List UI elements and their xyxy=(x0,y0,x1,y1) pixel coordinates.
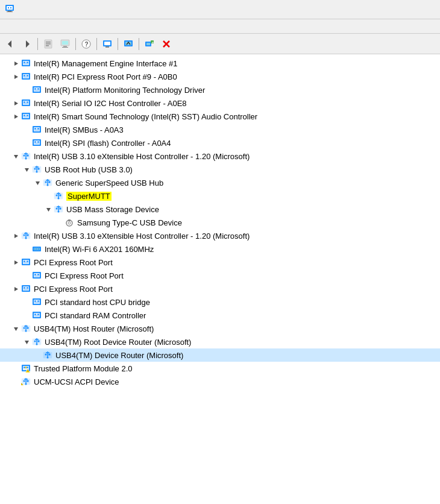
svg-marker-7 xyxy=(26,40,30,48)
scan-button[interactable] xyxy=(121,36,136,52)
tree-item-23[interactable]: USB4(TM) Device Router (Microsoft) xyxy=(0,348,440,362)
toolbar-separator-3 xyxy=(96,38,97,50)
expander-13 xyxy=(54,218,64,227)
properties-button[interactable] xyxy=(40,36,56,52)
tree-item-19[interactable]: PCI standard host CPU bridge xyxy=(0,295,440,309)
svg-marker-29 xyxy=(14,61,18,66)
tree-item-17[interactable]: PCI Express Root Port xyxy=(0,269,440,282)
menu-view[interactable] xyxy=(22,25,31,28)
chip-icon-16 xyxy=(20,257,31,267)
tree-item-18[interactable]: PCI Express Root Port xyxy=(0,282,440,295)
tree-item-21[interactable]: USB4(TM) Host Router (Microsoft) xyxy=(0,322,440,335)
tree-item-8[interactable]: Intel(R) USB 3.10 eXtensible Host Contro… xyxy=(0,150,440,163)
expander-12[interactable] xyxy=(43,204,53,214)
tree-item-15[interactable]: Intel(R) Wi-Fi 6 AX201 160MHz xyxy=(0,242,440,256)
svg-point-137 xyxy=(25,330,27,332)
svg-point-100 xyxy=(25,238,27,239)
expander-2[interactable] xyxy=(11,72,20,81)
svg-rect-61 xyxy=(37,128,39,130)
toolbar-separator-2 xyxy=(75,38,76,50)
forward-button[interactable] xyxy=(19,36,35,52)
tree-item-13[interactable]: Samsung Type-C USB Device xyxy=(0,216,440,229)
menu-file[interactable] xyxy=(2,25,12,28)
svg-point-86 xyxy=(58,198,60,200)
menu-help[interactable] xyxy=(31,25,41,28)
expander-1[interactable] xyxy=(11,58,20,68)
svg-rect-62 xyxy=(34,130,39,131)
item-label-4: Intel(R) Serial IO I2C Host Controller -… xyxy=(34,99,187,108)
svg-rect-50 xyxy=(27,102,28,103)
tree-item-3[interactable]: Intel(R) Platform Monitoring Technology … xyxy=(0,83,440,96)
remove-device-button[interactable] xyxy=(159,36,174,52)
expander-21[interactable] xyxy=(11,324,20,333)
svg-rect-116 xyxy=(34,276,39,277)
item-label-25: UCM-UCSI ACPI Device xyxy=(34,377,119,386)
expander-18[interactable] xyxy=(11,284,20,294)
svg-rect-34 xyxy=(24,64,28,65)
svg-rect-24 xyxy=(146,43,150,45)
expander-9[interactable] xyxy=(22,165,31,174)
tree-item-1[interactable]: Intel(R) Management Engine Interface #1 xyxy=(0,57,440,70)
svg-rect-66 xyxy=(37,142,39,143)
tree-item-24[interactable]: ! Trusted Platform Module 2.0 xyxy=(0,362,440,375)
expander-25 xyxy=(11,377,20,386)
tree-item-14[interactable]: Intel(R) USB 3.10 eXtensible Host Contro… xyxy=(0,229,440,242)
svg-rect-55 xyxy=(24,115,25,116)
tree-item-6[interactable]: Intel(R) SMBus - A0A3 xyxy=(0,123,440,136)
display-button[interactable] xyxy=(99,36,115,52)
chip-icon-17 xyxy=(31,271,42,280)
svg-rect-19 xyxy=(104,42,110,45)
svg-rect-71 xyxy=(27,155,29,157)
item-label-17: PCI Express Root Port xyxy=(45,271,124,280)
item-label-1: Intel(R) Management Engine Interface #1 xyxy=(34,59,177,68)
svg-marker-87 xyxy=(46,208,51,212)
tree-item-9[interactable]: USB Root Hub (USB 3.0) xyxy=(0,163,440,176)
item-label-18: PCI Express Root Port xyxy=(34,285,113,294)
expander-14[interactable] xyxy=(11,231,20,241)
tree-item-2[interactable]: Intel(R) PCI Express Root Port #9 - A0B0 xyxy=(0,70,440,83)
svg-rect-115 xyxy=(37,274,39,276)
svg-point-146 xyxy=(47,357,49,359)
tree-item-25[interactable]: ! UCM-UCSI ACPI Device xyxy=(0,375,440,388)
item-label-6: Intel(R) SMBus - A0A3 xyxy=(45,125,124,134)
svg-rect-99 xyxy=(27,235,29,236)
svg-marker-68 xyxy=(14,155,18,159)
svg-rect-67 xyxy=(34,143,39,144)
svg-rect-57 xyxy=(24,117,28,118)
svg-marker-138 xyxy=(25,341,29,344)
add-driver-button[interactable]: + xyxy=(142,36,157,52)
expander-5[interactable] xyxy=(11,112,20,121)
svg-rect-109 xyxy=(24,261,25,262)
tree-item-16[interactable]: PCI Express Root Port xyxy=(0,256,440,269)
svg-point-89 xyxy=(56,208,58,210)
menu-action[interactable] xyxy=(12,25,22,28)
update-driver-button[interactable] xyxy=(57,36,73,52)
svg-text:?: ? xyxy=(85,41,89,48)
tree-item-11[interactable]: SuperMUTT xyxy=(0,189,440,203)
chip-icon-5 xyxy=(20,112,31,121)
tree-item-10[interactable]: Generic SuperSpeed USB Hub xyxy=(0,176,440,189)
expander-22[interactable] xyxy=(22,337,31,347)
svg-rect-33 xyxy=(27,62,28,63)
svg-point-142 xyxy=(36,344,38,345)
svg-rect-103 xyxy=(34,248,36,250)
back-button[interactable] xyxy=(2,36,18,52)
tree-item-5[interactable]: Intel(R) Smart Sound Technology (Intel(R… xyxy=(0,110,440,123)
toolbar: ? + xyxy=(0,34,440,54)
usb-icon-10 xyxy=(42,178,53,187)
expander-16[interactable] xyxy=(11,257,20,267)
svg-rect-43 xyxy=(34,89,36,90)
tree-item-20[interactable]: PCI standard RAM Controller xyxy=(0,309,440,322)
expander-4[interactable] xyxy=(11,98,20,108)
tree-item-12[interactable]: USB Mass Storage Device xyxy=(0,203,440,216)
expander-8[interactable] xyxy=(11,151,20,161)
svg-marker-6 xyxy=(8,40,11,48)
expander-17 xyxy=(22,271,31,280)
tree-item-22[interactable]: USB4(TM) Root Device Router (Microsoft) xyxy=(0,335,440,348)
svg-point-91 xyxy=(58,211,60,213)
help-button[interactable]: ? xyxy=(78,36,94,52)
title-bar-icon xyxy=(5,4,14,15)
tree-item-4[interactable]: Intel(R) Serial IO I2C Host Controller -… xyxy=(0,96,440,110)
tree-item-7[interactable]: Intel(R) SPI (flash) Controller - A0A4 xyxy=(0,136,440,150)
expander-10[interactable] xyxy=(33,178,42,187)
